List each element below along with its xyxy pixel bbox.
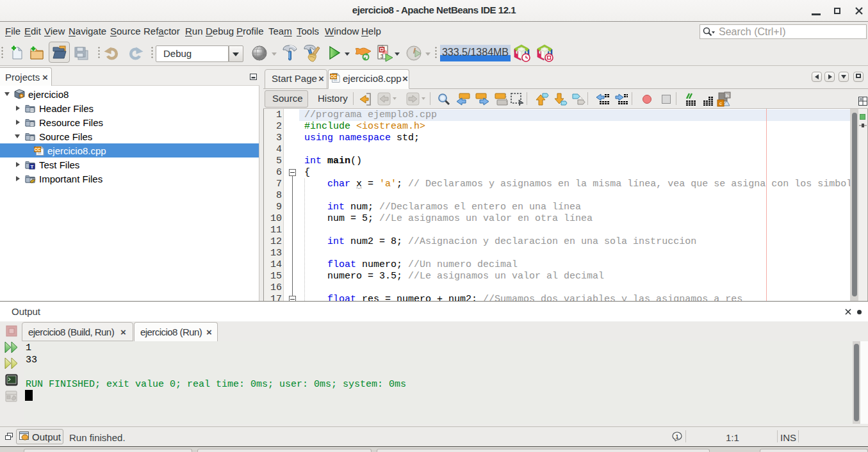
svg-text:1: 1 bbox=[675, 433, 678, 440]
svg-text:c: c bbox=[719, 101, 722, 106]
svg-text:T: T bbox=[31, 164, 34, 170]
svg-text:h: h bbox=[726, 93, 728, 99]
svg-text:3: 3 bbox=[381, 53, 384, 60]
